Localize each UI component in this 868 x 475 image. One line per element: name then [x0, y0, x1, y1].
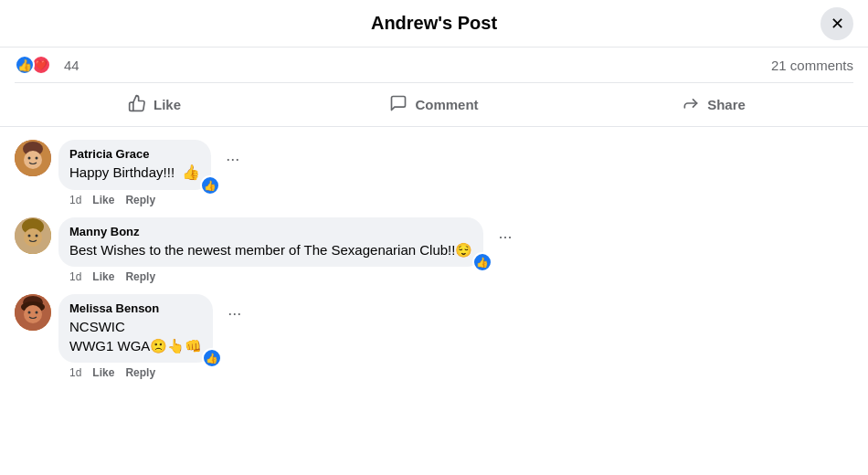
svg-point-4	[36, 157, 38, 160]
comment-actions: 1d Like Reply	[58, 190, 853, 206]
comment-more-wrapper: ···	[215, 140, 247, 171]
reaction-icons: 👍 ❤️	[15, 55, 51, 75]
comment-author: Melissa Benson	[69, 301, 202, 315]
comment-action-icon	[389, 94, 408, 115]
comment-bubble: Manny Bonz Best Wishes to the newest mem…	[58, 217, 483, 267]
share-button[interactable]: Share	[574, 87, 853, 122]
reactions-count: 44	[64, 58, 79, 73]
comment-like-button[interactable]: Like	[92, 270, 114, 283]
like-button[interactable]: Like	[15, 87, 294, 122]
comment-like-button[interactable]: Like	[92, 194, 114, 206]
comment-button[interactable]: Comment	[294, 87, 574, 122]
comments-count: 21 comments	[771, 58, 853, 73]
comment-author: Patricia Grace	[69, 147, 200, 161]
comment-reply-button[interactable]: Reply	[125, 366, 155, 379]
close-icon: ✕	[831, 14, 844, 34]
comment-text: NCSWIC WWG1 WGA🙁👆👊	[69, 317, 202, 355]
comment-more-button[interactable]: ···	[220, 301, 249, 325]
comment-bubble: Patricia Grace Happy Birthday!!! 👍	[58, 140, 211, 190]
comment-bubble: Melissa Benson NCSWIC WWG1 WGA🙁👆👊	[58, 294, 213, 363]
share-action-label: Share	[707, 97, 746, 112]
svg-point-13	[24, 305, 42, 323]
comment-actions: 1d Like Reply	[58, 363, 853, 379]
avatar	[15, 217, 51, 254]
avatar	[15, 294, 51, 331]
svg-point-2	[24, 151, 42, 169]
comment-item: Melissa Benson NCSWIC WWG1 WGA🙁👆👊 👍 ···	[0, 289, 868, 385]
comment-actions: 1d Like Reply	[58, 267, 853, 283]
love-icon: ❤️	[35, 59, 48, 71]
comment-time: 1d	[69, 194, 81, 206]
comment-reply-button[interactable]: Reply	[125, 194, 155, 206]
comment-text: Happy Birthday!!! 👍	[69, 163, 200, 183]
comment-row: Manny Bonz Best Wishes to the newest mem…	[58, 217, 853, 267]
comment-body-wrapper: Manny Bonz Best Wishes to the newest mem…	[58, 217, 853, 283]
comments-section: Patricia Grace Happy Birthday!!! 👍 👍 ···	[0, 127, 868, 392]
comment-item: Manny Bonz Best Wishes to the newest mem…	[0, 212, 868, 289]
comment-reply-button[interactable]: Reply	[125, 270, 155, 283]
comment-author: Manny Bonz	[69, 225, 472, 238]
svg-point-7	[24, 228, 42, 247]
svg-point-3	[28, 157, 31, 160]
svg-point-8	[28, 235, 31, 238]
comment-row: Patricia Grace Happy Birthday!!! 👍 👍 ···	[58, 140, 853, 190]
comment-more-wrapper: ···	[217, 294, 249, 325]
like-reaction-icon: 👍	[15, 55, 35, 75]
like-action-label: Like	[153, 97, 181, 112]
reactions-left: 👍 ❤️ 44	[15, 55, 79, 75]
reactions-bar: 👍 ❤️ 44 21 comments	[0, 48, 868, 82]
comment-text: Best Wishes to the newest member of The …	[69, 240, 472, 259]
comment-action-label: Comment	[415, 97, 478, 112]
comment-item: Patricia Grace Happy Birthday!!! 👍 👍 ···	[0, 134, 868, 212]
like-inline-icon: 👍	[182, 164, 200, 180]
like-action-icon	[128, 94, 146, 115]
svg-point-9	[36, 235, 38, 238]
comment-time: 1d	[69, 366, 81, 379]
comment-like-button[interactable]: Like	[92, 366, 114, 379]
comment-body-wrapper: Patricia Grace Happy Birthday!!! 👍 👍 ···	[58, 140, 853, 206]
avatar	[15, 140, 51, 176]
modal-header: Andrew's Post ✕	[0, 0, 868, 48]
like-badge-icon: 👍	[476, 257, 489, 269]
comment-body-wrapper: Melissa Benson NCSWIC WWG1 WGA🙁👆👊 👍 ···	[58, 294, 853, 379]
comment-more-button[interactable]: ···	[491, 225, 519, 248]
like-badge-icon: 👍	[204, 180, 217, 192]
comment-more-button[interactable]: ···	[218, 147, 247, 171]
svg-point-15	[36, 311, 38, 314]
share-action-icon	[682, 94, 700, 115]
modal-title: Andrew's Post	[371, 13, 497, 34]
comment-more-wrapper: ···	[487, 217, 519, 248]
svg-point-14	[28, 311, 31, 314]
comment-time: 1d	[69, 270, 81, 283]
close-button[interactable]: ✕	[820, 7, 853, 40]
like-badge-icon: 👍	[206, 353, 218, 364]
action-bar: Like Comment Share	[0, 83, 868, 127]
comment-row: Melissa Benson NCSWIC WWG1 WGA🙁👆👊 👍 ···	[58, 294, 853, 363]
like-icon: 👍	[17, 58, 32, 72]
